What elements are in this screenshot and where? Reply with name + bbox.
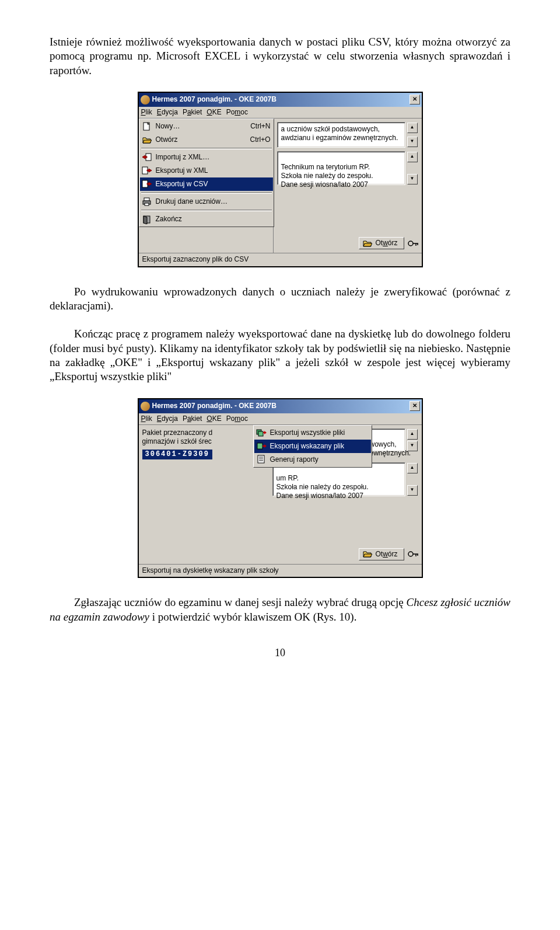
svg-rect-23 [257,443,262,449]
svg-point-31 [408,552,413,556]
key-icon[interactable] [408,239,418,248]
svg-marker-22 [263,431,267,434]
menu-oke[interactable]: OKE [206,415,221,423]
open-button[interactable]: Otwórz [359,548,404,560]
app-icon [141,95,150,105]
menu-pakiet[interactable]: Pakiet [183,108,202,117]
school-id-selected[interactable]: 306401-Z9309 [142,450,212,459]
status-bar: Eksportuj zaznaczony plik do CSV [139,253,422,266]
close-icon[interactable]: ✕ [410,401,420,411]
menu-item-export-one[interactable]: Eksportuj wskazany plik [254,440,371,453]
menu-plik[interactable]: Plik [141,108,152,117]
svg-point-16 [408,241,413,246]
menu-item-exit[interactable]: Zakończ [140,213,273,226]
titlebar: Hermes 2007 ponadgim. - OKE 2007B ✕ [139,399,422,413]
key-icon[interactable] [408,549,418,559]
open-icon [363,239,372,248]
menu-pomoc[interactable]: Pomoc [226,108,248,117]
svg-marker-30 [363,554,372,557]
menu-pomoc[interactable]: Pomoc [226,415,248,423]
window-title: Hermes 2007 ponadgim. - OKE 2007B [152,402,410,410]
scroll-up-icon[interactable]: ▲ [407,429,418,440]
page-number: 10 [50,646,510,660]
open-button[interactable]: Otwórz [359,237,404,249]
scroll-up-icon[interactable]: ▲ [407,123,418,133]
paragraph-1: Istnieje również możliwość wyeksportowan… [50,35,510,78]
svg-rect-9 [144,198,149,201]
scroll-down-icon[interactable]: ▼ [407,441,418,451]
svg-marker-15 [363,243,372,246]
scroll-down-icon[interactable]: ▼ [407,485,418,496]
menu-item-label: Nowy… [156,122,247,131]
export-csv-icon [142,179,152,189]
open-icon [363,550,372,558]
scroll-up-icon[interactable]: ▲ [407,463,418,473]
menu-item-export-csv[interactable]: Eksportuj w CSV [140,177,273,191]
menu-item-generate-reports[interactable]: Generuj raporty [254,453,371,466]
menu-item-export-xml[interactable]: Eksportuj w XML [140,164,273,177]
svg-marker-2 [143,140,152,143]
info-text: um RP. Szkoła nie należy do zespołu. Dan… [276,474,369,500]
menu-item-export-all[interactable]: Eksportuj wszystkie pliki [254,426,371,440]
button-label: Otwórz [375,550,397,559]
menu-separator [141,148,272,149]
oke-dropdown-menu: Eksportuj wszystkie pliki Eksportuj wska… [253,425,372,468]
scroll-up-icon[interactable]: ▲ [407,152,418,162]
button-label: Otwórz [375,239,397,248]
menu-item-label: Eksportuj w CSV [156,180,271,189]
menu-item-print[interactable]: Drukuj dane uczniów… [140,195,273,208]
menubar: Plik Edycja Pakiet OKE Pomoc [139,107,422,119]
menu-item-label: Importuj z XML… [156,153,271,162]
paragraph-4: Zgłaszając uczniów do egzaminu w danej s… [50,595,510,624]
file-dropdown-menu: Nowy… Ctrl+N Otwórz Ctrl+O Importuj z XM… [139,119,274,227]
menu-item-import-xml[interactable]: Importuj z XML… [140,151,273,164]
info-text: a uczniów szkół podstawowych, awdzianu i… [281,125,398,142]
menu-edycja[interactable]: Edycja [157,415,178,423]
open-icon [142,135,152,145]
svg-rect-21 [258,431,263,436]
screenshot-window-1: Hermes 2007 ponadgim. - OKE 2007B ✕ Plik… [138,92,423,267]
menu-item-label: Eksportuj wszystkie pliki [270,429,369,437]
window-title: Hermes 2007 ponadgim. - OKE 2007B [152,95,410,104]
menu-item-label: Otwórz [156,135,247,144]
titlebar: Hermes 2007 ponadgim. - OKE 2007B ✕ [139,93,422,107]
scroll-down-icon[interactable]: ▼ [407,137,418,147]
close-icon[interactable]: ✕ [410,95,420,105]
menu-item-open[interactable]: Otwórz Ctrl+O [140,133,273,147]
menu-oke[interactable]: OKE [206,108,221,117]
menu-edycja[interactable]: Edycja [157,108,178,117]
menu-item-label: Generuj raporty [270,455,369,464]
menu-pakiet[interactable]: Pakiet [183,415,202,423]
menu-separator [141,192,272,194]
status-bar: Eksportuj na dyskietkę wskazany plik szk… [139,564,422,577]
info-panel-top: a uczniów szkół podstawowych, awdzianu i… [277,122,405,148]
print-icon [142,197,152,207]
import-xml-icon [142,152,152,162]
scroll-down-icon[interactable]: ▼ [407,174,418,184]
svg-marker-24 [262,444,267,448]
menu-item-label: Zakończ [156,215,271,224]
menu-item-new[interactable]: Nowy… Ctrl+N [140,120,273,133]
new-icon [142,121,152,131]
menu-item-label: Drukuj dane uczniów… [156,197,271,206]
export-all-icon [256,428,267,438]
menubar: Plik Edycja Pakiet OKE Pomoc [139,413,422,425]
report-icon [256,455,267,465]
paragraph-2: Po wydrukowaniu wprowadzonych danych o u… [50,285,510,314]
menu-plik[interactable]: Plik [141,415,152,423]
info-text: wowych, ewnętrznych. [370,440,411,457]
svg-marker-13 [144,216,147,224]
svg-rect-11 [145,203,149,205]
menu-item-hotkey: Ctrl+N [250,122,270,131]
paragraph-3: Kończąc pracę z programem należy wyekspo… [50,327,510,384]
app-icon [141,402,150,411]
info-text-left: Pakiet przeznaczony d gimnazjów i szkół … [142,429,253,446]
export-xml-icon [142,166,152,176]
info-text: Technikum na terytorium RP. Szkoła nie n… [281,163,373,189]
menu-separator [141,210,272,211]
menu-item-label: Eksportuj w XML [156,166,271,175]
info-panel-bottom: Technikum na terytorium RP. Szkoła nie n… [277,151,405,185]
menu-item-label: Eksportuj wskazany plik [270,442,369,451]
screenshot-window-2: Hermes 2007 ponadgim. - OKE 2007B ✕ Plik… [138,398,423,579]
exit-icon [142,214,152,224]
